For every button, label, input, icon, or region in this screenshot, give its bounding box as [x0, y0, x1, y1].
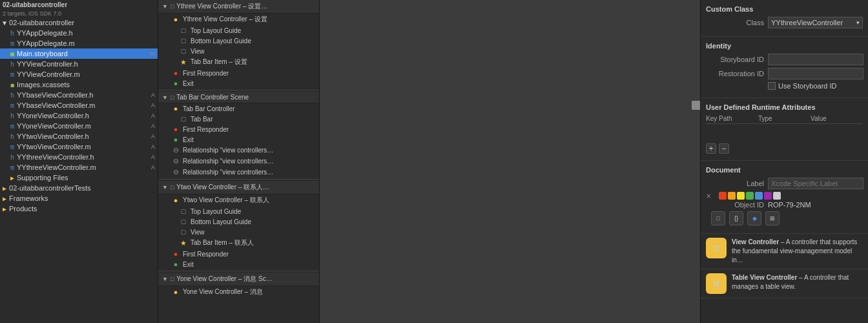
scene-item[interactable]: ⊖Relationship "view controllers… — [158, 156, 319, 167]
scene-item-label: Tab Bar — [191, 116, 212, 123]
file-item-yyone-h[interactable]: hYYoneViewController.hA — [0, 110, 158, 121]
restoration-id-input[interactable] — [768, 68, 863, 79]
swatch-gray[interactable] — [773, 192, 781, 200]
swatch-orange[interactable] — [728, 192, 736, 200]
swatch-yellow[interactable] — [737, 192, 745, 200]
scene-item-icon: ★ — [179, 58, 188, 67]
document-title: Document — [706, 166, 863, 174]
scene-item[interactable]: □Top Layout Guide — [158, 206, 319, 216]
use-storyboard-id-checkbox[interactable] — [768, 82, 776, 90]
scene-title: Tab Bar Controller Scene — [176, 94, 249, 101]
user-defined-section: User Defined Runtime Attributes Key Path… — [701, 98, 868, 161]
file-label: YYthreeViewController.h — [17, 153, 94, 161]
scene-item[interactable]: ●First Responder — [158, 124, 319, 134]
file-item-yybasevc-h[interactable]: hYYbaseViewController.hA — [0, 90, 158, 100]
scene-item[interactable]: ●Yone View Controller – 消息 — [158, 286, 319, 298]
view-controller-title: View Controller — [732, 238, 779, 245]
scene-item[interactable]: ★Tab Bar Item – 联系人 — [158, 237, 319, 249]
file-item-frameworks[interactable]: ▶Frameworks — [0, 193, 158, 203]
col-type: Type — [758, 115, 811, 122]
scene-item[interactable]: □View — [158, 227, 319, 237]
color-swatch-row: ✕ — [706, 192, 863, 200]
label-input[interactable] — [768, 178, 863, 189]
inspector-panel: Custom Class Class YYthreeViewController… — [700, 0, 868, 323]
file-item-yythree-h[interactable]: hYYthreeViewController.hA — [0, 152, 158, 162]
scene-item[interactable]: ⊖Relationship "view controllers… — [158, 167, 319, 178]
scene-item[interactable]: ●Exit — [158, 134, 319, 145]
class-dropdown[interactable]: YYthreeViewController ▾ — [768, 17, 863, 28]
file-item-supporting[interactable]: ▶Supporting Files — [0, 172, 158, 183]
scene-item[interactable]: □Tab Bar — [158, 114, 319, 124]
file-label: Products — [9, 205, 37, 213]
scene-item[interactable]: ●First Responder — [158, 249, 319, 259]
scene-item[interactable]: ●Exit — [158, 78, 319, 89]
swatch-blue[interactable] — [755, 192, 763, 200]
scene-item[interactable]: ⊖Relationship "view controllers… — [158, 145, 319, 156]
file-item-yybasevc-m[interactable]: mYYbaseViewController.mA — [0, 100, 158, 110]
user-defined-empty-area — [706, 125, 863, 141]
scene-item-icon: □ — [179, 228, 188, 236]
connection-lines — [320, 0, 700, 323]
file-item-images[interactable]: ◼Images.xcassets — [0, 79, 158, 90]
file-item-appdelegate-h[interactable]: hYYAppDelegate.h — [0, 28, 158, 38]
scene-header-yone-scene[interactable]: ▼□Yone View Controller – 消息 Sc… — [158, 273, 319, 286]
table-view-controller-desc: ⊞ Table View Controller – A controller t… — [701, 269, 868, 298]
scene-header-ythree-scene[interactable]: ▼□Ythree View Controller – 设置… — [158, 0, 319, 14]
file-item-yytwo-h[interactable]: hYYtwoViewController.hA — [0, 131, 158, 141]
scene-item-icon: ● — [171, 125, 180, 133]
scene-item[interactable]: □View — [158, 46, 319, 56]
scene-item-label: First Responder — [183, 70, 229, 77]
file-item-tests[interactable]: ▶02-uitabbarcontrollerTests — [0, 183, 158, 193]
swatch-red[interactable] — [719, 192, 727, 200]
file-item-main-storyboard[interactable]: ■Main.storyboardM — [0, 48, 158, 59]
file-label: YYtwoViewController.m — [17, 143, 91, 151]
scene-item-icon: ⊖ — [171, 146, 180, 154]
scene-item[interactable]: ●First Responder — [158, 68, 319, 78]
add-attribute-button[interactable]: + — [706, 143, 716, 154]
storyboard-id-row: Storyboard ID — [706, 54, 863, 65]
scene-item[interactable]: ●Ythree View Controller – 设置 — [158, 14, 319, 25]
scene-item-label: Ythree View Controller – 设置 — [183, 15, 267, 24]
plus-minus-controls: + − — [706, 143, 863, 154]
doc-icon-grid[interactable]: ⊞ — [765, 211, 780, 225]
class-row: Class YYthreeViewController ▾ — [706, 17, 863, 28]
file-badge: A — [151, 133, 155, 140]
user-defined-title: User Defined Runtime Attributes — [706, 103, 863, 111]
col-key-path: Key Path — [706, 115, 758, 122]
file-label: YYtwoViewController.h — [17, 132, 89, 140]
scene-item[interactable]: □Top Layout Guide — [158, 25, 319, 36]
scene-item-label: First Responder — [183, 126, 229, 133]
scene-item[interactable]: □Bottom Layout Guide — [158, 216, 319, 227]
scene-item[interactable]: □Bottom Layout Guide — [158, 36, 319, 46]
remove-attribute-button[interactable]: − — [719, 143, 729, 154]
storyboard-id-input[interactable] — [768, 54, 863, 65]
file-item-products[interactable]: ▶Products — [0, 203, 158, 214]
file-item-root[interactable]: ▼02-uitabbarcontroller — [0, 17, 158, 28]
file-item-yyone-m[interactable]: mYYoneViewController.mA — [0, 121, 158, 131]
scene-item[interactable]: ●Ytwo View Controller – 联系人 — [158, 194, 319, 206]
scene-item-icon: ● — [171, 136, 180, 143]
scene-item-label: Bottom Layout Guide — [191, 37, 251, 45]
doc-icon-code[interactable]: {} — [729, 211, 743, 225]
scene-header-ytwo-scene[interactable]: ▼□Ytwo View Controller – 联系人… — [158, 181, 319, 194]
file-item-yythree-m[interactable]: mYYthreeViewController.mA — [0, 162, 158, 172]
file-item-yytwo-m[interactable]: mYYtwoViewController.mA — [0, 141, 158, 152]
doc-icon-3d[interactable]: ◆ — [747, 211, 761, 225]
scene-item[interactable]: ★Tab Bar Item – 设置 — [158, 56, 319, 68]
file-label: 02-uitabbarcontrollerTests — [9, 184, 91, 192]
doc-icon-list[interactable]: □ — [711, 211, 725, 225]
scene-header-tabbar-scene[interactable]: ▼□Tab Bar Controller Scene — [158, 92, 319, 103]
scene-item-icon: □ — [179, 218, 188, 225]
file-item-appdelegate-m[interactable]: mYYAppDelegate.m — [0, 38, 158, 48]
scene-item-label: Exit — [183, 80, 194, 87]
file-badge: A — [151, 112, 155, 119]
scene-item[interactable]: ●Tab Bar Controller — [158, 103, 319, 114]
swatch-purple[interactable] — [764, 192, 772, 200]
file-item-viewcontroller-m[interactable]: mYYViewController.m — [0, 69, 158, 79]
swatch-green[interactable] — [746, 192, 754, 200]
custom-class-section: Custom Class Class YYthreeViewController… — [701, 0, 868, 37]
scene-item-label: Relationship "view controllers… — [183, 169, 273, 176]
file-item-viewcontroller-h[interactable]: hYYViewController.h — [0, 59, 158, 69]
scene-item[interactable]: ●Exit — [158, 259, 319, 269]
file-label: YYAppDelegate.m — [17, 39, 75, 47]
